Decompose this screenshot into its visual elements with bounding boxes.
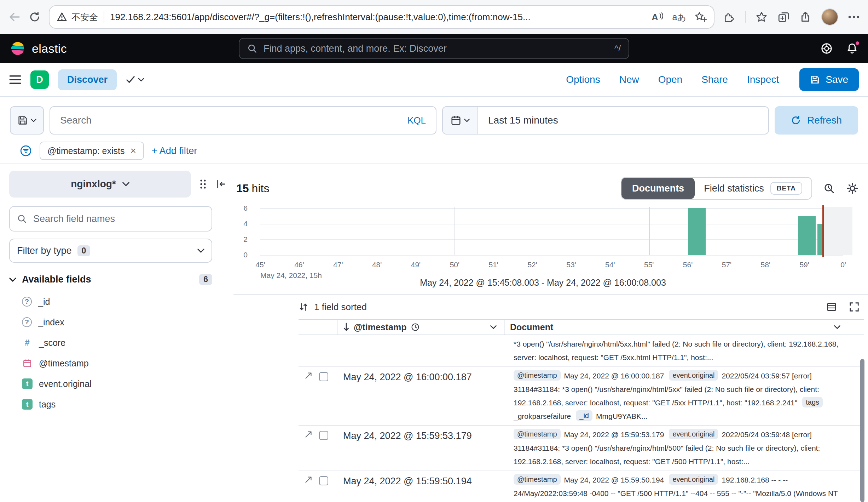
query-search-input[interactable]: Search KQL <box>50 106 436 135</box>
timestamp-cell: May 24, 2022 @ 16:00:00.187 <box>338 367 505 425</box>
beta-badge: BETA <box>770 182 802 195</box>
expand-document-icon[interactable] <box>304 475 313 484</box>
help-icon[interactable] <box>821 42 833 55</box>
translate-icon[interactable]: aあ <box>672 11 687 23</box>
reload-icon[interactable] <box>29 11 40 23</box>
gear-icon[interactable] <box>847 183 858 194</box>
field-item-event-original[interactable]: tevent.original <box>9 373 233 394</box>
search-icon <box>17 214 27 224</box>
row-checkbox[interactable] <box>319 431 328 440</box>
space-badge[interactable]: D <box>30 70 49 89</box>
display-options-icon[interactable] <box>826 302 837 312</box>
query-placeholder: Search <box>60 115 92 126</box>
documents-table: @timestamp Document *3 open() <box>299 319 864 502</box>
save-icon <box>810 75 820 85</box>
field-item-id[interactable]: ?_id <box>9 291 233 312</box>
options-link[interactable]: Options <box>566 74 600 85</box>
date-picker-button[interactable] <box>443 107 478 134</box>
table-row[interactable]: May 24, 2022 @ 15:59:50.194 @timestampMa… <box>299 471 864 502</box>
favorites-icon[interactable] <box>756 11 768 23</box>
saved-query-button[interactable] <box>10 106 44 135</box>
save-button[interactable]: Save <box>799 68 859 91</box>
time-range-value[interactable]: Last 15 minutes <box>478 107 568 134</box>
global-search-input[interactable]: Find apps, content, and more. Ex: Discov… <box>239 38 629 59</box>
table-row[interactable]: May 24, 2022 @ 15:59:53.179 @timestampMa… <box>299 426 864 471</box>
gridline <box>260 239 843 240</box>
profile-avatar[interactable] <box>821 8 838 25</box>
notifications-icon[interactable] <box>846 42 858 55</box>
date-type-icon <box>22 358 33 369</box>
tab-documents[interactable]: Documents <box>621 178 695 199</box>
expand-document-icon[interactable] <box>304 371 313 380</box>
field-chip: event.original <box>669 429 718 439</box>
x-tick-label: 50' <box>450 261 459 269</box>
address-bar[interactable]: 不安全 192.168.2.243:5601/app/discover#/?_g… <box>49 5 714 29</box>
x-axis-date-label: May 24, 2022, 15h <box>260 271 322 280</box>
field-chip: event.original <box>669 474 718 485</box>
vertical-scrollbar[interactable] <box>860 359 864 502</box>
read-aloud-icon[interactable]: A <box>652 12 664 22</box>
field-sorted-button[interactable]: 1 field sorted <box>299 302 367 313</box>
tab-field-statistics[interactable]: Field statistics BETA <box>695 178 811 199</box>
remove-filter-icon[interactable]: × <box>130 146 136 156</box>
field-item-tags[interactable]: ttags <box>9 394 233 415</box>
back-icon[interactable] <box>8 12 21 22</box>
filter-pill[interactable]: @timestamp: exists × <box>40 142 144 160</box>
row-checkbox[interactable] <box>319 372 328 381</box>
share-icon[interactable] <box>799 11 811 23</box>
chevron-down-icon <box>9 278 16 282</box>
histogram-bar <box>817 224 822 255</box>
field-search-input[interactable]: Search field names <box>9 206 212 232</box>
column-menu-icon[interactable] <box>490 325 497 329</box>
field-item-timestamp[interactable]: @timestamp <box>9 353 233 373</box>
menu-icon[interactable] <box>9 75 21 84</box>
elastic-brand[interactable]: elastic <box>10 41 67 56</box>
browser-chrome: 不安全 192.168.2.243:5601/app/discover#/?_g… <box>0 0 868 34</box>
saved-state-indicator[interactable] <box>126 76 144 84</box>
table-row[interactable]: May 24, 2022 @ 16:00:00.187 @timestampMa… <box>299 367 864 426</box>
collections-icon[interactable] <box>777 11 789 23</box>
x-tick-label: 46' <box>294 261 304 269</box>
kql-toggle[interactable]: KQL <box>407 115 426 126</box>
available-fields-header[interactable]: Available fields 6 <box>9 274 212 285</box>
time-range-caption: May 24, 2022 @ 15:45:08.003 - May 24, 20… <box>233 278 852 288</box>
chevron-down-icon <box>197 249 204 253</box>
filter-by-type-button[interactable]: Filter by type 0 <box>9 239 212 263</box>
expand-document-icon[interactable] <box>304 430 313 439</box>
extensions-icon[interactable] <box>723 11 735 23</box>
filter-icon[interactable] <box>20 145 32 157</box>
document-cell: @timestampMay 24, 2022 @ 16:00:00.187eve… <box>505 367 864 425</box>
column-header-timestamp[interactable]: @timestamp <box>338 320 505 335</box>
inspect-link[interactable]: Inspect <box>747 74 779 85</box>
table-row[interactable]: *3 open() "/usr/share/nginx/html/5xx.htm… <box>299 335 864 367</box>
url-text[interactable]: 192.168.2.243:5601/app/discover#/?_g=(fi… <box>110 12 646 23</box>
y-axis-labels: 0246 <box>233 207 248 256</box>
row-checkbox[interactable] <box>319 476 328 485</box>
column-header-document[interactable]: Document <box>505 320 864 335</box>
collapse-sidebar-icon[interactable] <box>216 179 226 189</box>
browser-menu-icon[interactable] <box>848 16 860 18</box>
breadcrumb[interactable]: Discover <box>58 69 117 90</box>
x-tick-label: 48' <box>372 261 382 269</box>
site-security-info[interactable]: 不安全 <box>57 11 98 23</box>
y-tick-label: 6 <box>243 204 248 212</box>
inspect-icon[interactable] <box>823 183 835 194</box>
data-view-picker[interactable]: nginxlog* <box>9 171 191 198</box>
number-type-icon: # <box>22 337 33 348</box>
x-tick-label: 52' <box>527 261 537 269</box>
fullscreen-icon[interactable] <box>849 302 860 312</box>
global-search-placeholder: Find apps, content, and more. Ex: Discov… <box>264 43 447 54</box>
field-settings-icon[interactable] <box>199 179 207 189</box>
x-tick-label: 54' <box>605 261 615 269</box>
open-link[interactable]: Open <box>658 74 683 85</box>
x-tick-label: 51' <box>489 261 498 269</box>
new-link[interactable]: New <box>619 74 639 85</box>
share-link[interactable]: Share <box>701 74 728 85</box>
y-tick-label: 0 <box>243 251 248 259</box>
field-item-index[interactable]: ?_index <box>9 312 233 332</box>
add-favorite-icon[interactable] <box>695 11 707 23</box>
column-menu-icon[interactable] <box>834 325 840 329</box>
refresh-button[interactable]: Refresh <box>775 106 858 135</box>
field-item-score[interactable]: #_score <box>9 332 233 353</box>
add-filter-button[interactable]: + Add filter <box>152 146 197 156</box>
